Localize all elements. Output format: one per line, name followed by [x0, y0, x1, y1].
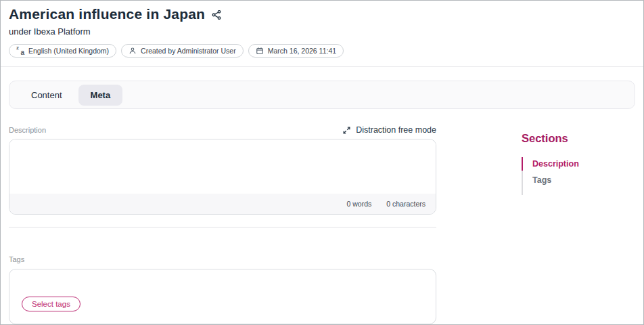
description-field-group: Description Distraction free mode 0 word…: [9, 125, 436, 215]
description-editor-box: 0 words 0 characters: [9, 139, 436, 215]
distraction-free-mode-label: Distraction free mode: [356, 125, 436, 135]
form-column: Description Distraction free mode 0 word…: [9, 125, 436, 324]
edit-tab-bar: Content Meta: [9, 81, 635, 109]
expand-icon: [342, 126, 351, 135]
page-title: American influence in Japan: [9, 6, 205, 22]
sections-nav-item-description[interactable]: Description: [522, 157, 579, 171]
sections-panel-title: Sections: [522, 132, 579, 145]
breadcrumb: under Ibexa Platform: [9, 26, 635, 37]
share-icon[interactable]: [211, 9, 222, 20]
content-area: Description Distraction free mode 0 word…: [1, 125, 643, 324]
date-badge: March 16, 2026 11:41: [248, 44, 344, 58]
tags-label: Tags: [9, 255, 24, 263]
sections-nav-item-tags[interactable]: Tags: [522, 171, 579, 187]
user-icon: [129, 47, 137, 55]
character-count: 0 characters: [386, 200, 426, 208]
distraction-free-mode-button[interactable]: Distraction free mode: [342, 125, 436, 135]
meta-badges: za English (United Kingdom) Created by A…: [9, 44, 635, 58]
tags-field-group: Tags Select tags: [9, 253, 436, 324]
tab-content[interactable]: Content: [19, 85, 74, 106]
sections-panel: Sections Description Tags: [522, 125, 579, 324]
translate-icon: za: [16, 47, 24, 55]
description-label: Description: [9, 126, 46, 134]
language-badge: za English (United Kingdom): [9, 44, 116, 58]
tags-field-box: Select tags: [9, 269, 436, 324]
content-header: American influence in Japan under Ibexa …: [1, 1, 643, 66]
field-divider: [9, 227, 436, 228]
calendar-icon: [256, 47, 264, 55]
sections-nav: Description Tags: [522, 157, 579, 195]
description-editor-input[interactable]: [9, 139, 436, 194]
description-editor-footer: 0 words 0 characters: [9, 194, 436, 214]
language-badge-label: English (United Kingdom): [28, 47, 109, 55]
sections-nav-tail: [522, 187, 579, 195]
word-count: 0 words: [346, 200, 371, 208]
author-badge: Created by Administrator User: [121, 44, 244, 58]
author-badge-label: Created by Administrator User: [141, 47, 236, 55]
tab-meta[interactable]: Meta: [78, 85, 123, 106]
header-divider: [1, 66, 643, 67]
select-tags-button[interactable]: Select tags: [22, 297, 80, 311]
date-badge-label: March 16, 2026 11:41: [268, 47, 336, 55]
